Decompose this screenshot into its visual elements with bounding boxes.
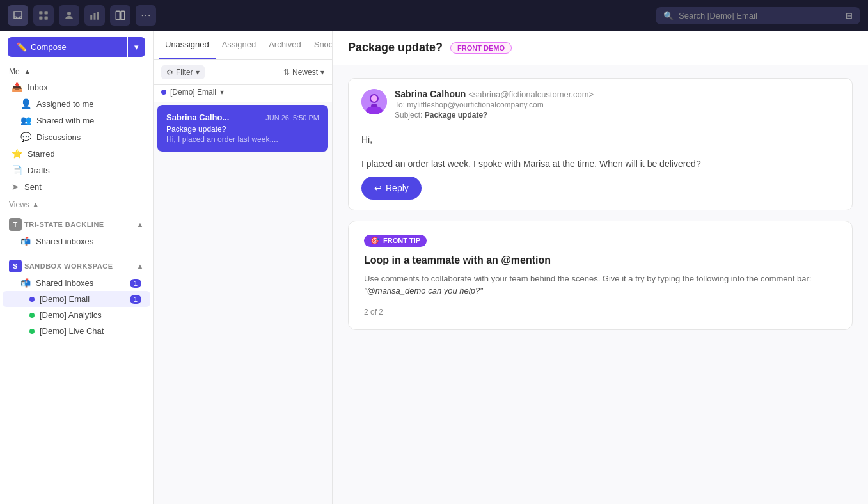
me-section-header[interactable]: Me ▲	[0, 63, 153, 79]
tab-snoozed[interactable]: Snoozed	[308, 31, 332, 59]
inbox-nav-icon[interactable]	[8, 5, 28, 26]
shared-icon: 👥	[20, 115, 31, 125]
demo-livechat-item[interactable]: [Demo] Live Chat	[3, 323, 150, 339]
main-layout: ✏️ Compose ▾ Me ▲ 📥 Inbox 👤 Assigned to …	[0, 31, 868, 504]
sidebar-item-shared-with-me[interactable]: 👥 Shared with me	[3, 112, 150, 129]
sandbox-name: Sandbox workspace	[24, 262, 113, 270]
sandbox-shared-badge: 1	[130, 279, 141, 288]
tri-state-section[interactable]: T Tri-State Backline ▲	[0, 212, 153, 233]
svg-point-11	[145, 15, 146, 16]
compose-label: Compose	[31, 42, 67, 52]
drafts-label: Drafts	[28, 166, 141, 175]
tri-state-name: Tri-State Backline	[24, 221, 104, 228]
inbox-selector-label: [Demo] Email	[170, 88, 216, 97]
me-chevron-icon: ▲	[24, 67, 31, 76]
tip-pagination: 2 of 2	[364, 308, 837, 317]
sidebar-item-starred[interactable]: ⭐ Starred	[3, 145, 150, 162]
demo-email-label: [Demo] Email	[40, 294, 125, 304]
demo-analytics-label: [Demo] Analytics	[40, 310, 102, 320]
inbox-icon: 📥	[12, 82, 22, 92]
conv-sender: Sabrina Calho...	[166, 113, 229, 122]
tab-archived[interactable]: Archived	[262, 31, 308, 59]
svg-point-16	[371, 95, 377, 102]
tab-unassigned[interactable]: Unassigned	[159, 31, 216, 59]
assigned-label: Assigned to me	[36, 99, 141, 109]
more-nav-icon[interactable]	[136, 5, 156, 26]
demo-analytics-item[interactable]: [Demo] Analytics	[3, 307, 150, 323]
compose-area: ✏️ Compose ▾	[0, 31, 153, 63]
discussions-label: Discussions	[36, 132, 141, 142]
compose-button[interactable]: ✏️ Compose	[8, 37, 127, 57]
sender-email-address: <sabrina@fictionalcustomer.com>	[468, 90, 594, 99]
conv-time: JUN 26, 5:50 PM	[265, 114, 319, 122]
sandbox-section[interactable]: S Sandbox workspace ▲	[0, 253, 153, 275]
search-placeholder: Search [Demo] Email	[679, 11, 757, 20]
svg-rect-6	[94, 13, 96, 20]
person-nav-icon[interactable]	[59, 5, 79, 26]
views-section-header[interactable]: Views ▲	[0, 195, 153, 212]
chart-nav-icon[interactable]	[84, 5, 105, 26]
grid-nav-icon[interactable]	[33, 5, 54, 26]
tri-state-shared-inboxes[interactable]: 📬 Shared inboxes	[3, 233, 150, 249]
conv-toolbar: ⚙ Filter ▾ ⇅ Newest ▾	[154, 60, 332, 85]
compose-dropdown-button[interactable]: ▾	[128, 37, 145, 57]
sandbox-shared-icon: 📬	[20, 278, 31, 288]
svg-rect-17	[371, 104, 377, 107]
views-chevron-icon: ▲	[32, 200, 40, 209]
email-tag-badge: FRONT DEMO	[450, 42, 512, 54]
email-body-area: Sabrina Calhoun <sabrina@fictionalcustom…	[333, 65, 868, 504]
sidebar: ✏️ Compose ▾ Me ▲ 📥 Inbox 👤 Assigned to …	[0, 31, 154, 504]
demo-email-dot	[29, 297, 35, 302]
reply-icon: ↩	[374, 183, 382, 193]
svg-rect-3	[45, 17, 48, 20]
filter-icon: ⚙	[166, 68, 173, 77]
email-body-text: I placed an order last week. I spoke wit…	[361, 152, 839, 176]
tip-icon: 🎯	[370, 237, 379, 245]
email-subject-line: Subject: Package update?	[395, 111, 594, 120]
email-greeting: Hi,	[361, 127, 839, 152]
sidebar-item-inbox[interactable]: 📥 Inbox	[3, 79, 150, 95]
tip-example: "@marisa_demo can you help?"	[364, 286, 483, 295]
starred-label: Starred	[28, 149, 141, 159]
sidebar-item-discussions[interactable]: 💬 Discussions	[3, 129, 150, 145]
conv-preview: Hi, I placed an order last week....	[166, 135, 319, 144]
assigned-icon: 👤	[20, 98, 31, 109]
inbox-label: Inbox	[28, 83, 141, 92]
sidebar-item-sent[interactable]: ➤ Sent	[3, 178, 150, 195]
sidebar-item-drafts[interactable]: 📄 Drafts	[3, 162, 150, 178]
tip-badge: 🎯 FRONT TIP	[364, 235, 427, 247]
tabs-bar: Unassigned Assigned Archived Snoozed Tra…	[154, 31, 332, 60]
demo-analytics-dot	[29, 313, 35, 318]
sandbox-shared-inboxes[interactable]: 📬 Shared inboxes 1	[3, 275, 150, 291]
tab-assigned[interactable]: Assigned	[216, 31, 262, 59]
filter-icon[interactable]: ⊟	[846, 11, 853, 20]
shared-label: Shared with me	[36, 116, 141, 125]
sidebar-item-assigned-to-me[interactable]: 👤 Assigned to me	[3, 95, 150, 112]
tip-body: Use comments to collaborate with your te…	[364, 272, 837, 297]
conversation-item-1[interactable]: Sabrina Calho... JUN 26, 5:50 PM Package…	[157, 105, 328, 152]
compose-icon: ✏️	[17, 42, 27, 52]
topbar: 🔍 Search [Demo] Email ⊟	[0, 0, 868, 31]
filter-button[interactable]: ⚙ Filter ▾	[161, 65, 205, 79]
email-meta: Sabrina Calhoun <sabrina@fictionalcustom…	[361, 89, 839, 120]
svg-point-12	[148, 15, 150, 16]
search-bar[interactable]: 🔍 Search [Demo] Email ⊟	[656, 7, 860, 24]
demo-email-item[interactable]: [Demo] Email 1	[3, 291, 150, 307]
sender-name: Sabrina Calhoun <sabrina@fictionalcustom…	[395, 89, 594, 99]
sort-button[interactable]: ⇅ Newest ▾	[283, 68, 324, 77]
svg-rect-2	[39, 17, 42, 20]
sandbox-chevron: ▲	[137, 262, 144, 270]
svg-rect-8	[116, 11, 120, 20]
inbox-selector-button[interactable]: [Demo] Email ▾	[161, 88, 224, 97]
reply-label: Reply	[386, 183, 409, 193]
conv-subject: Package update?	[166, 125, 319, 134]
sent-label: Sent	[24, 182, 141, 192]
tip-title: Loop in a teammate with an @mention	[364, 255, 837, 266]
sandbox-shared-label: Shared inboxes	[36, 278, 125, 288]
tri-state-chevron: ▲	[137, 221, 144, 228]
inbox-selector-dot	[161, 90, 166, 95]
tri-state-shared-label: Shared inboxes	[36, 237, 93, 246]
inbox-selector-bar: [Demo] Email ▾	[154, 85, 332, 102]
columns-nav-icon[interactable]	[110, 5, 130, 26]
reply-button[interactable]: ↩ Reply	[361, 177, 422, 200]
